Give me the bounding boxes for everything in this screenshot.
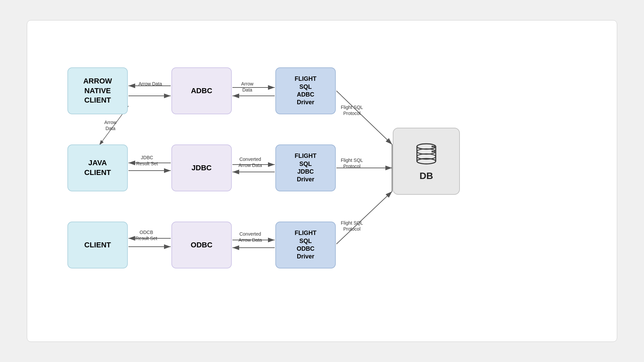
arrow-native-client-box: ARROWNATIVECLIENT — [67, 67, 128, 114]
java-client-label: JAVACLIENT — [84, 158, 111, 177]
diagram-container: Arrow Data ArrowData Flight SQLProtocol … — [27, 20, 617, 342]
java-client-box: JAVACLIENT — [67, 144, 128, 191]
db-icon — [413, 140, 440, 167]
flight-jdbc-driver-box: FLIGHTSQLJDBCDriver — [275, 144, 336, 191]
label-arrow-data-2: ArrowData — [241, 81, 254, 93]
label-converted-arrow-2: ConvertedArrow Data — [238, 156, 262, 168]
label-flight-sql-1: Flight SQLProtocol — [341, 104, 363, 116]
label-jdbc-result: JDBCResult Set — [136, 155, 158, 167]
jdbc-label: JDBC — [192, 163, 212, 173]
flight-odbc-driver-box: FLIGHTSQLODBCDriver — [275, 222, 336, 268]
label-flight-sql-2: Flight SQLProtocol — [341, 157, 363, 169]
adbc-box: ADBC — [171, 67, 232, 114]
flight-adbc-driver-label: FLIGHTSQLADBCDriver — [295, 75, 317, 107]
flight-odbc-driver-label: FLIGHTSQLODBCDriver — [295, 229, 317, 261]
diagram-inner: Arrow Data ArrowData Flight SQLProtocol … — [41, 34, 603, 328]
svg-point-28 — [433, 150, 435, 152]
svg-point-26 — [433, 145, 435, 147]
flight-adbc-driver-box: FLIGHTSQLADBCDriver — [275, 67, 336, 114]
label-arrow-data-diagonal: ArrowData — [104, 119, 117, 131]
svg-point-27 — [432, 150, 433, 152]
odbc-box: ODBC — [171, 222, 232, 268]
client-box: CLIENT — [67, 222, 128, 268]
odbc-label: ODBC — [191, 240, 213, 250]
label-arrow-data-1: Arrow Data — [139, 81, 162, 87]
svg-line-17 — [336, 191, 392, 244]
label-flight-sql-3: Flight SQLProtocol — [341, 220, 363, 232]
arrow-native-client-label: ARROWNATIVECLIENT — [83, 76, 112, 105]
adbc-label: ADBC — [191, 86, 212, 96]
flight-jdbc-driver-label: FLIGHTSQLJDBCDriver — [295, 152, 317, 184]
db-box: DB — [393, 128, 460, 195]
label-converted-arrow-3: ConvertedArrow Data — [238, 231, 262, 243]
svg-line-6 — [336, 91, 392, 144]
db-label: DB — [420, 170, 433, 182]
label-odbc-result: ODCBResult Set — [136, 229, 157, 241]
jdbc-box: JDBC — [171, 144, 232, 191]
client-label: CLIENT — [84, 240, 111, 250]
svg-point-25 — [432, 145, 433, 147]
